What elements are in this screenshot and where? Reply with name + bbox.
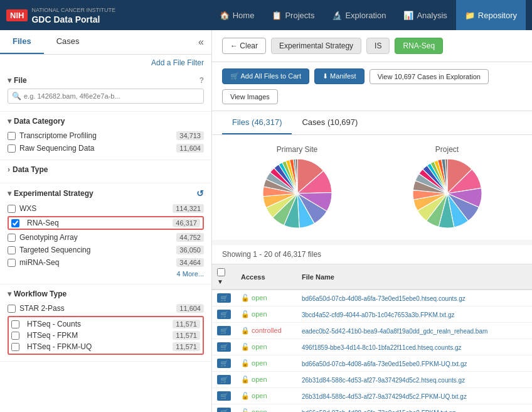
htseq-counts-checkbox[interactable]	[11, 320, 19, 328]
access-badge: 🔓 open	[241, 359, 267, 367]
data-category-label: Data Category	[14, 117, 65, 126]
filter-genotyping-array: Genotyping Array 44,752	[8, 231, 204, 244]
filename-link[interactable]: bd66a50d-07cb-4d08-a6fa-73e0ed15ebe0.hts…	[302, 295, 466, 302]
raw-sequencing-count: 11,604	[176, 144, 204, 153]
targeted-seq-checkbox[interactable]	[8, 246, 16, 254]
row-cart-button[interactable]: 🛒	[217, 342, 231, 352]
add-file-filter-link[interactable]: Add a File Filter	[151, 58, 204, 67]
htseq-fpkm-uq-label: HTSeq - FPKM-UQ	[27, 342, 173, 351]
rna-seq-checkbox[interactable]	[11, 219, 19, 227]
data-type-header[interactable]: › Data Type	[8, 165, 204, 174]
main-nav: 🏠 Home 📋 Projects 🔬 Exploration 📊 Analys…	[211, 0, 526, 30]
nih-logo: NIH NATIONAL CANCER INSTITUTE GDC Data P…	[6, 5, 115, 26]
clear-filters-button[interactable]: ← Clear	[222, 38, 266, 54]
exp-strategy-more[interactable]: 4 More...	[8, 269, 204, 279]
content-tab-files[interactable]: Files (46,317)	[222, 111, 292, 134]
lock-icon: 🔓	[241, 359, 250, 367]
app-title: GDC Data Portal	[31, 14, 115, 25]
sidebar-collapse-button[interactable]: «	[191, 30, 211, 54]
manifest-button[interactable]: ⬇ Manifest	[314, 68, 364, 84]
files-table: ▼ Access File Name 🛒🔓 openbd66a50d-07cb-…	[212, 264, 532, 412]
row-cart-button[interactable]: 🛒	[217, 326, 231, 335]
nav-projects[interactable]: 📋 Projects	[263, 0, 323, 30]
mirna-seq-checkbox[interactable]	[8, 259, 16, 267]
filter-targeted-sequencing: Targeted Sequencing 36,050	[8, 244, 204, 256]
htseq-fpkm-uq-count: 11,571	[173, 342, 200, 351]
experimental-strategy-header[interactable]: ▾ Experimental Strategy ↺	[8, 188, 204, 198]
add-all-to-cart-button[interactable]: 🛒 Add All Files to Cart	[222, 68, 309, 84]
htseq-fpkm-uq-checkbox[interactable]	[11, 343, 19, 351]
filter-transcriptome: Transcriptome Profiling 34,713	[8, 129, 204, 142]
filename-link[interactable]: bd66a50d-07cb-4d08-a6fa-73e0ed15ebe0.FPK…	[302, 360, 467, 367]
main-content: ← Clear Experimental Strategy IS RNA-Seq…	[212, 30, 532, 412]
genotyping-array-checkbox[interactable]	[8, 234, 16, 242]
file-section-header[interactable]: ▾ File ?	[8, 76, 204, 85]
file-section-label: File	[14, 76, 27, 85]
row-cart-button[interactable]: 🛒	[217, 359, 231, 368]
workflow-type-section: ▾ Workflow Type STAR 2-Pass 11,604 HTSeq…	[0, 285, 211, 362]
raw-sequencing-label: Raw Sequencing Data	[19, 144, 176, 153]
exp-strategy-toggle: ▾	[8, 189, 11, 198]
access-badge: 🔒 controlled	[241, 327, 282, 334]
active-filter-bar: ← Clear Experimental Strategy IS RNA-Seq	[212, 30, 532, 62]
data-type-label: Data Type	[13, 165, 48, 174]
transcriptome-checkbox[interactable]	[8, 132, 16, 140]
content-tab-cases[interactable]: Cases (10,697)	[292, 111, 368, 134]
repository-icon: 📁	[465, 11, 475, 20]
lock-icon: 🔓	[241, 310, 250, 318]
row-cart-button[interactable]: 🛒	[217, 375, 231, 384]
lock-icon: 🔓	[241, 392, 250, 399]
star2pass-checkbox[interactable]	[8, 305, 16, 313]
filter-wxs: WXS 114,321	[8, 202, 204, 215]
access-badge: 🔓 open	[241, 343, 267, 350]
lock-icon: 🔓	[241, 343, 250, 350]
filter-htseq-fpkm-uq: HTSeq - FPKM-UQ 11,571	[11, 341, 200, 352]
raw-sequencing-checkbox[interactable]	[8, 144, 16, 153]
is-filter-button[interactable]: IS	[366, 38, 390, 54]
rna-seq-filter-button[interactable]: RNA-Seq	[395, 38, 443, 54]
row-cart-button[interactable]: 🛒	[217, 293, 231, 303]
filename-link[interactable]: 496f1859-bbe3-4d14-8c10-1bfa22f11ced.hts…	[302, 344, 462, 351]
filter-mirna-seq: miRNA-Seq 34,464	[8, 256, 204, 269]
table-header-filename: File Name	[297, 264, 532, 290]
htseq-fpkm-count: 11,571	[173, 331, 200, 340]
view-cases-button[interactable]: View 10,697 Cases in Exploration	[370, 69, 489, 84]
file-filter-section: ▾ File ? 🔍	[0, 71, 211, 112]
sidebar-tab-cases[interactable]: Cases	[44, 30, 92, 54]
nav-analysis[interactable]: 📊 Analysis	[395, 0, 455, 30]
filename-link[interactable]: 26b31d84-588c-4d53-af27-9a374294d5c2.hts…	[302, 377, 465, 384]
file-help-icon[interactable]: ?	[200, 76, 204, 85]
wxs-checkbox[interactable]	[8, 205, 16, 213]
sidebar-tab-files[interactable]: Files	[0, 30, 44, 54]
view-images-button[interactable]: View Images	[222, 89, 278, 104]
filename-link[interactable]: 3bcd4a52-cfd9-4044-a07b-1c04c7653a3b.FPK…	[302, 312, 455, 318]
nav-home[interactable]: 🏠 Home	[211, 0, 263, 30]
filename-link[interactable]: bd66a50d-07cb-4d08-a6fa-73e0ed15ebe0.FPK…	[302, 409, 455, 413]
targeted-seq-label: Targeted Sequencing	[19, 246, 176, 254]
htseq-fpkm-checkbox[interactable]	[11, 332, 19, 340]
filename-link[interactable]: 26b31d84-588c-4d53-af27-9a374294d5c2.FPK…	[302, 393, 467, 400]
file-search-input[interactable]	[24, 92, 200, 100]
projects-icon: 📋	[272, 11, 282, 20]
select-all-checkbox[interactable]	[217, 268, 225, 276]
exp-strategy-label: Experimental Strategy	[14, 189, 93, 198]
search-icon: 🔍	[12, 92, 21, 100]
project-pie	[413, 159, 482, 228]
data-category-header[interactable]: ▾ Data Category	[8, 117, 204, 126]
analysis-icon: 📊	[403, 11, 413, 20]
row-cart-button[interactable]: 🛒	[217, 310, 231, 319]
row-cart-button[interactable]: 🛒	[217, 391, 231, 401]
data-type-toggle: ›	[8, 165, 10, 174]
nav-exploration[interactable]: 🔬 Exploration	[323, 0, 395, 30]
workflow-type-header[interactable]: ▾ Workflow Type	[8, 290, 204, 298]
lock-icon: 🔓	[241, 294, 250, 301]
data-category-toggle: ▾	[8, 117, 11, 126]
table-row: 🛒🔓 open26b31d84-588c-4d53-af27-9a374294d…	[212, 372, 532, 388]
filename-link[interactable]: eadec0b2-5d42-41b0-bea9-4a0a8f19a0dd_gdc…	[302, 328, 487, 335]
experimental-strategy-filter-button[interactable]: Experimental Strategy	[271, 38, 361, 54]
table-row: 🛒🔓 openbd66a50d-07cb-4d08-a6fa-73e0ed15e…	[212, 355, 532, 372]
row-cart-button[interactable]: 🛒	[217, 408, 231, 412]
exp-strategy-reset-icon[interactable]: ↺	[196, 188, 204, 198]
nav-repository[interactable]: 📁 Repository	[456, 0, 526, 30]
cart-dropdown-icon[interactable]: ▼	[217, 278, 223, 285]
